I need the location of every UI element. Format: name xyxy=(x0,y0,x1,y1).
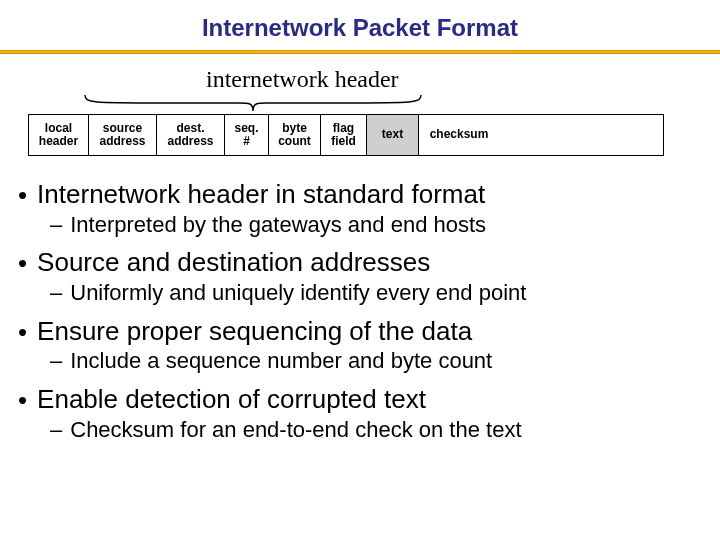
subbullet-text: Include a sequence number and byte count xyxy=(70,348,492,374)
field-byte-count: byte count xyxy=(269,115,321,155)
cell-text: # xyxy=(243,135,250,148)
bullet-dot-icon: • xyxy=(18,250,27,276)
dash-icon: – xyxy=(50,417,62,443)
bullet-text: Ensure proper sequencing of the data xyxy=(37,317,472,347)
subbullet-text: Interpreted by the gateways and end host… xyxy=(70,212,486,238)
subbullet-text: Checksum for an end-to-end check on the … xyxy=(70,417,521,443)
subbullet-4: – Checksum for an end-to-end check on th… xyxy=(50,417,714,443)
field-seq-number: seq. # xyxy=(225,115,269,155)
bullet-1: • Internetwork header in standard format xyxy=(18,180,714,210)
field-text: text xyxy=(367,115,419,155)
bracket-zone: internetwork header xyxy=(0,68,720,102)
bullet-dot-icon: • xyxy=(18,387,27,413)
bullet-dot-icon: • xyxy=(18,182,27,208)
subbullet-1: – Interpreted by the gateways and end ho… xyxy=(50,212,714,238)
dash-icon: – xyxy=(50,348,62,374)
cell-text: header xyxy=(39,135,78,148)
cell-text: count xyxy=(278,135,311,148)
cell-text: field xyxy=(331,135,356,148)
field-local-header: local header xyxy=(29,115,89,155)
field-source-address: source address xyxy=(89,115,157,155)
cell-text: text xyxy=(382,128,403,141)
bullet-2: • Source and destination addresses xyxy=(18,248,714,278)
subbullet-2: – Uniformly and uniquely identify every … xyxy=(50,280,714,306)
title-divider xyxy=(0,50,720,54)
field-checksum: checksum xyxy=(419,115,499,155)
cell-text: checksum xyxy=(430,128,489,141)
curly-brace-icon xyxy=(84,94,422,112)
title-area: Internetwork Packet Format xyxy=(0,0,720,42)
bullet-content: • Internetwork header in standard format… xyxy=(0,180,720,443)
subbullet-text: Uniformly and uniquely identify every en… xyxy=(70,280,526,306)
bullet-3: • Ensure proper sequencing of the data xyxy=(18,317,714,347)
packet-diagram: local header source address dest. addres… xyxy=(28,114,664,156)
bracket-label: internetwork header xyxy=(206,66,399,93)
dash-icon: – xyxy=(50,280,62,306)
bullet-text: Internetwork header in standard format xyxy=(37,180,485,210)
bullet-4: • Enable detection of corrupted text xyxy=(18,385,714,415)
subbullet-3: – Include a sequence number and byte cou… xyxy=(50,348,714,374)
cell-text: address xyxy=(167,135,213,148)
bullet-dot-icon: • xyxy=(18,319,27,345)
bullet-text: Enable detection of corrupted text xyxy=(37,385,426,415)
cell-text: address xyxy=(99,135,145,148)
slide-title: Internetwork Packet Format xyxy=(0,14,720,42)
field-dest-address: dest. address xyxy=(157,115,225,155)
dash-icon: – xyxy=(50,212,62,238)
field-flag-field: flag field xyxy=(321,115,367,155)
bullet-text: Source and destination addresses xyxy=(37,248,430,278)
